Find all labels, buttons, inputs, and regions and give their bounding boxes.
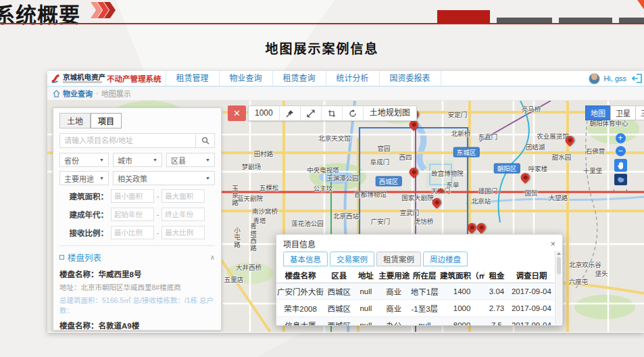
list-square-icon (59, 255, 64, 260)
building-list-item[interactable]: 楼盘名称：名敦道A9楼 地址：北京市东城区广渠家园9楼 总建筑面积：5249.0… (59, 320, 215, 331)
zoom-value[interactable]: 1000 (249, 106, 280, 120)
cell: 西城区 (324, 317, 353, 327)
select-area-tool-button[interactable] (322, 106, 343, 120)
search-row (59, 133, 215, 148)
map-label: 玉泉路 (230, 185, 239, 206)
cell: null (410, 317, 439, 327)
nav-item[interactable]: 国资委报表 (379, 71, 441, 86)
search-input[interactable] (59, 133, 196, 148)
view-3d-button[interactable]: 三维 (635, 105, 644, 120)
city-select[interactable]: 城市▼ (113, 153, 162, 167)
range-label: 接收比例： (59, 227, 111, 238)
range-row: 建成年代： - (59, 208, 215, 221)
nav-item[interactable]: 统计分析 (326, 71, 379, 86)
nav-item[interactable]: 租赁查询 (272, 71, 326, 86)
map-label: 西四 (399, 152, 412, 162)
map-label: 蓝天剧院 (237, 193, 263, 203)
range-max-input[interactable] (162, 189, 205, 203)
map-label: 官园 (377, 143, 390, 153)
tab-trade-cases[interactable]: 交易案例 (330, 252, 374, 266)
avatar[interactable] (589, 73, 600, 85)
scroll-up-arrow-icon[interactable] (557, 252, 561, 255)
table-row[interactable]: 信息大厦 西城区 null 办公 null 8000 7.5 2017-09-0… (276, 317, 554, 327)
search-button[interactable] (196, 133, 215, 148)
cell: 3.04 (485, 283, 509, 300)
pushpin-icon (286, 110, 294, 118)
map-toolbar: ✕ 1000 (228, 105, 417, 121)
province-select[interactable]: 省份▼ (59, 153, 109, 167)
map-label: 大井西桥 (236, 262, 262, 272)
range-min-input[interactable] (111, 208, 154, 221)
range-min-input[interactable] (111, 226, 154, 239)
logout-icon[interactable] (632, 74, 643, 83)
building-list-item[interactable]: 楼盘名称：华威西里8号 地址：北京市朝阳区华威西里8#楼底商 总建筑面积：516… (59, 268, 215, 315)
map-label: 南沙窝桥 (252, 206, 278, 216)
measure-tool-button[interactable] (301, 106, 322, 120)
toolbar-close-button[interactable]: ✕ (228, 105, 246, 121)
policy-select[interactable]: 相关政策▼ (113, 171, 215, 185)
breadcrumb-root[interactable]: 物业查询 (63, 88, 93, 99)
header-user-area: Hi, gss (589, 71, 644, 86)
view-satellite-button[interactable]: 卫星 (610, 105, 636, 120)
divider (0, 23, 644, 24)
layer-toggle-button[interactable]: 土地规划图 (364, 106, 416, 120)
view-map-button[interactable]: 地图 (585, 105, 611, 120)
refresh-button[interactable] (343, 106, 364, 120)
brand-text: 京城机电资产 (63, 74, 105, 83)
nav-item[interactable]: 租赁管理 (166, 71, 219, 86)
map-label: 梦剧场 (242, 162, 262, 171)
usage-select[interactable]: 主要用途▼ (59, 171, 109, 185)
search-icon (201, 137, 209, 145)
tab-project[interactable]: 项目 (91, 113, 122, 128)
map-label: 亮马桥 (522, 104, 541, 114)
table-row[interactable]: 荣丰2008 西城区 null 商业 -1至3层 1000 2.73 2017-… (276, 300, 554, 317)
select-value: 区县 (171, 155, 186, 166)
cell: 办公 (378, 317, 410, 327)
map-label: 呼家楼 (528, 164, 548, 173)
popup-tabs: 基本信息 交易案例 租赁案例 周边楼盘 (276, 252, 562, 266)
breadcrumb: 物业查询 ▫ 地图展示 (47, 87, 644, 101)
popup-close-icon[interactable]: × (550, 240, 555, 248)
range-min-input[interactable] (111, 189, 154, 203)
brand-name: 京城机电资产 (63, 74, 105, 80)
chevron-down-icon: ▼ (99, 158, 104, 162)
map-label: 故宫博物院 (431, 168, 464, 178)
map-view-switch: 地图 卫星 三维 (586, 105, 644, 120)
map-label: 十里堡 (583, 166, 603, 175)
range-max-input[interactable] (162, 226, 205, 239)
zoom-out-button[interactable]: − (616, 146, 626, 156)
pan-tool-button[interactable] (614, 159, 627, 172)
decor-red-rect (437, 10, 490, 23)
nav-item[interactable]: 物业查询 (219, 71, 272, 86)
range-dash: - (157, 193, 159, 200)
search-panel: 土地 项目 省份▼ 城市▼ (53, 108, 222, 331)
table-row[interactable]: 广安门外大街 西城区 null 商业 地下1层 1400 3.04 2017-0… (276, 283, 554, 300)
zoom-in-button[interactable]: + (616, 133, 626, 143)
chevron-down-icon: ▼ (153, 158, 157, 162)
tab-basic-info[interactable]: 基本信息 (283, 252, 328, 266)
tab-rent-cases[interactable]: 租赁案例 (376, 252, 421, 266)
tab-nearby-buildings[interactable]: 周边楼盘 (423, 252, 468, 266)
range-dash: - (157, 211, 159, 218)
home-icon[interactable] (53, 90, 60, 97)
county-select[interactable]: 区县▼ (166, 153, 215, 167)
range-max-input[interactable] (162, 208, 205, 221)
decor-gray-rect (497, 18, 552, 23)
cell: null (354, 317, 378, 327)
scroll-thumb[interactable] (557, 257, 561, 275)
table-scrollbar[interactable] (555, 251, 562, 325)
building-name: 楼盘名称：名敦道A9楼 (59, 320, 215, 331)
map-label: 小屯路 (232, 227, 241, 248)
cell: 荣丰2008 (276, 300, 324, 317)
collapse-caret-icon[interactable]: ∧ (210, 254, 215, 261)
cell: 西城区 (324, 283, 353, 300)
building-address: 地址：北京市朝阳区华威西里8#楼底商 (59, 282, 215, 292)
building-list: 楼盘名称：华威西里8号 地址：北京市朝阳区华威西里8#楼底商 总建筑面积：516… (59, 268, 215, 331)
cell: 地下1层 (410, 283, 439, 300)
brand: 京城机电资产 不动产管理系统 (47, 71, 166, 86)
pushpin-tool-button[interactable] (280, 106, 301, 120)
diagonal-arrows-icon (307, 110, 315, 118)
tab-land[interactable]: 土地 (59, 113, 91, 128)
map-label: 大望路 (549, 193, 568, 202)
overview-map-button[interactable] (614, 174, 627, 185)
